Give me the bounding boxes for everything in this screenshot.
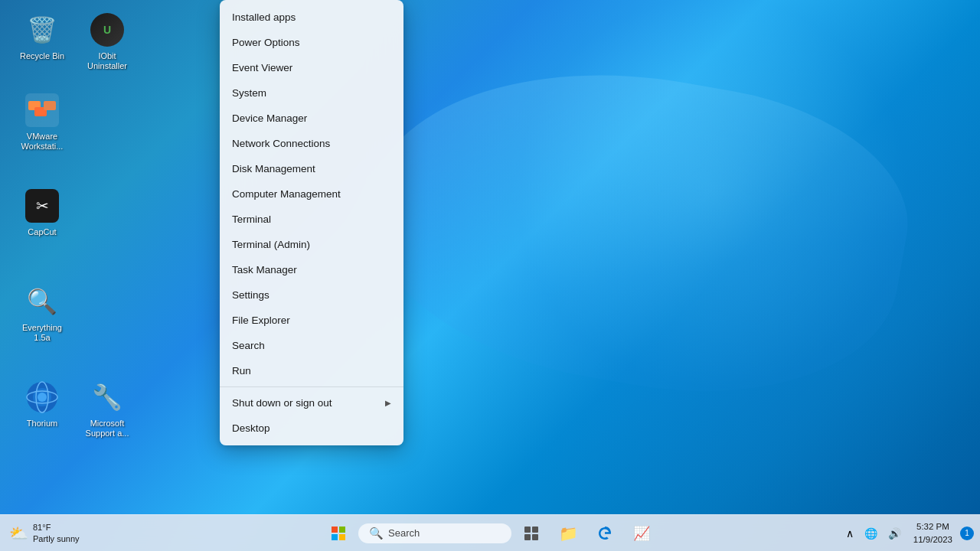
submenu-arrow-icon: ▶ <box>385 399 391 407</box>
thorium-icon <box>24 379 60 416</box>
svg-rect-15 <box>524 534 531 540</box>
menu-item-system[interactable]: System <box>220 80 403 106</box>
clock-time: 5:32 PM <box>916 520 949 533</box>
menu-item-event-viewer[interactable]: Event Viewer <box>220 55 403 80</box>
weather-info: 81°F Partly sunny <box>33 522 80 544</box>
menu-item-power-options[interactable]: Power Options <box>220 30 403 55</box>
svg-point-6 <box>38 393 47 402</box>
desktop-icon-capcut[interactable]: ✂ CapCut <box>11 187 73 237</box>
ms-support-icon: 🔧 <box>89 379 126 416</box>
clock-date: 11/9/2023 <box>913 533 952 546</box>
svg-rect-13 <box>524 527 531 533</box>
stocks-icon: 📈 <box>633 525 650 542</box>
file-explorer-taskbar-button[interactable]: 📁 <box>551 517 585 550</box>
svg-rect-16 <box>532 534 538 540</box>
taskbar-search-label: Search <box>388 527 420 539</box>
ms-support-label: MicrosoftSupport a... <box>86 419 129 439</box>
menu-item-installed-apps[interactable]: Installed apps <box>220 5 403 30</box>
taskbar-center: 🔍 Search 📁 <box>322 517 658 550</box>
stocks-taskbar-button[interactable]: 📈 <box>625 517 658 550</box>
context-menu: Installed apps Power Options Event Viewe… <box>220 0 403 445</box>
weather-temp: 81°F <box>33 522 80 533</box>
thorium-label: Thorium <box>27 419 57 429</box>
network-tray-icon[interactable]: 🌐 <box>860 524 882 543</box>
menu-item-settings[interactable]: Settings <box>220 282 403 308</box>
show-hidden-icons-button[interactable]: ∧ <box>841 524 858 543</box>
taskbar-search-bar[interactable]: 🔍 Search <box>358 523 511 543</box>
svg-rect-11 <box>332 534 338 540</box>
start-button[interactable] <box>322 517 355 550</box>
everything-label: Everything1.5a <box>22 323 62 343</box>
file-explorer-icon: 📁 <box>559 524 578 543</box>
taskbar-weather[interactable]: ⛅ 81°F Partly sunny <box>0 519 89 547</box>
edge-browser-button[interactable] <box>588 517 622 550</box>
desktop-icon-iobit[interactable]: U IObitUninstaller <box>77 11 138 71</box>
menu-item-network-connections[interactable]: Network Connections <box>220 131 403 156</box>
menu-item-device-manager[interactable]: Device Manager <box>220 106 403 131</box>
menu-item-terminal[interactable]: Terminal <box>220 207 403 232</box>
everything-icon: 🔍 <box>24 283 60 320</box>
menu-item-search[interactable]: Search <box>220 333 403 358</box>
svg-rect-9 <box>332 527 338 533</box>
weather-condition: Partly sunny <box>33 533 80 544</box>
weather-icon: ⛅ <box>9 524 28 543</box>
recycle-bin-icon: 🗑️ <box>24 11 60 48</box>
windows-logo-icon <box>332 527 345 540</box>
desktop-icon-ms-support[interactable]: 🔧 MicrosoftSupport a... <box>77 379 138 439</box>
desktop-icon-everything[interactable]: 🔍 Everything1.5a <box>11 283 73 343</box>
desktop-icon-thorium[interactable]: Thorium <box>11 379 73 429</box>
svg-rect-14 <box>532 527 538 533</box>
desktop: 🗑️ Recycle Bin U IObitUninstaller VMware… <box>0 0 980 551</box>
chevron-up-icon: ∧ <box>846 527 854 540</box>
taskbar: ⛅ 81°F Partly sunny 🔍 Search <box>0 514 980 551</box>
task-view-icon <box>524 527 538 540</box>
menu-item-terminal-admin[interactable]: Terminal (Admin) <box>220 232 403 257</box>
svg-rect-3 <box>44 101 56 110</box>
system-clock[interactable]: 5:32 PM 11/9/2023 <box>907 519 959 546</box>
menu-item-computer-management[interactable]: Computer Management <box>220 181 403 207</box>
menu-item-task-manager[interactable]: Task Manager <box>220 257 403 282</box>
menu-item-shutdown[interactable]: Shut down or sign out ▶ <box>220 390 403 416</box>
capcut-icon: ✂ <box>24 187 60 224</box>
task-view-button[interactable] <box>514 517 548 550</box>
vmware-label: VMwareWorkstati... <box>21 132 64 152</box>
iobit-label: IObitUninstaller <box>87 51 127 71</box>
menu-item-desktop[interactable]: Desktop <box>220 416 403 441</box>
volume-icon: 🔊 <box>888 527 901 540</box>
taskbar-search-icon: 🔍 <box>369 527 384 540</box>
capcut-label: CapCut <box>28 227 56 237</box>
edge-icon <box>597 526 612 541</box>
menu-item-run[interactable]: Run <box>220 358 403 383</box>
menu-divider <box>220 386 403 387</box>
system-tray: ∧ 🌐 🔊 5:32 PM 11/9/2023 1 <box>841 515 980 552</box>
network-icon: 🌐 <box>864 527 877 540</box>
svg-rect-10 <box>339 527 345 533</box>
desktop-icon-recycle[interactable]: 🗑️ Recycle Bin <box>11 11 73 61</box>
vmware-icon <box>24 92 60 129</box>
desktop-icon-vmware[interactable]: VMwareWorkstati... <box>11 92 73 152</box>
notification-badge[interactable]: 1 <box>960 527 974 540</box>
menu-item-file-explorer[interactable]: File Explorer <box>220 308 403 333</box>
recycle-bin-label: Recycle Bin <box>20 51 64 61</box>
volume-tray-button[interactable]: 🔊 <box>884 524 906 543</box>
menu-item-disk-management[interactable]: Disk Management <box>220 156 403 181</box>
svg-rect-12 <box>339 534 345 540</box>
iobit-icon: U <box>89 11 126 48</box>
